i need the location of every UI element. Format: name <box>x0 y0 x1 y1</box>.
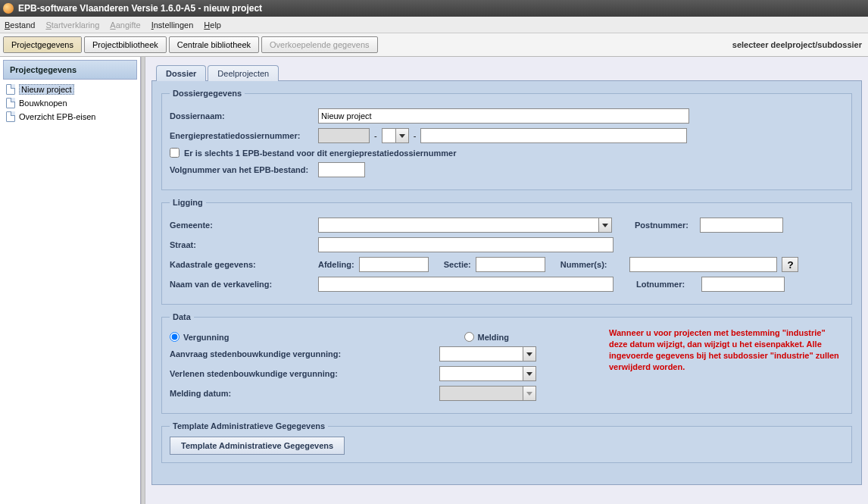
radio-vergunning-label: Vergunning <box>183 333 229 342</box>
afdeling-label: Afdeling: <box>318 260 354 269</box>
body-row: Projectgegevens Nieuw project Bouwknopen… <box>0 57 868 504</box>
aanvraag-date-input[interactable] <box>439 346 523 362</box>
legend-ligging: Ligging <box>170 198 206 207</box>
radio-melding[interactable]: Melding <box>464 332 510 342</box>
document-icon <box>6 84 15 95</box>
menu-startverklaring: Startverklaring <box>45 20 99 30</box>
sectie-input[interactable] <box>476 257 545 272</box>
dash: - <box>374 131 377 140</box>
afdeling-input[interactable] <box>359 257 429 272</box>
tab-deelprojecten[interactable]: Deelprojecten <box>208 65 279 81</box>
tree-item-label: Bouwknopen <box>19 99 67 108</box>
menu-aangifte: Aangifte <box>110 20 140 30</box>
epd-label: Energieprestatiedossiernummer: <box>170 131 314 140</box>
toolbar-right-label: selecteer deelproject/subdossier <box>732 40 865 49</box>
tree-item-overzicht-epb-eisen[interactable]: Overzicht EPB-eisen <box>5 110 136 124</box>
gemeente-input[interactable] <box>318 218 598 233</box>
lotnummer-input[interactable] <box>701 277 785 292</box>
toolbar-tab-projectgegevens-seg: Projectgegevens <box>3 36 82 53</box>
window-title: EPB-software Vlaanderen Versie 1.6.0-A5 … <box>18 3 262 14</box>
aanvraag-label: Aanvraag stedenbouwkundige vergunning: <box>170 349 435 358</box>
document-icon <box>6 111 15 122</box>
chevron-down-icon[interactable] <box>523 366 536 381</box>
tree-item-bouwknopen[interactable]: Bouwknopen <box>5 96 136 110</box>
verkaveling-label: Naam van de verkaveling: <box>170 280 314 289</box>
verlenen-date[interactable] <box>439 366 536 381</box>
content-tabs: Dossier Deelprojecten <box>156 65 862 81</box>
verlenen-label: Verlenen stedenbouwkundige vergunning: <box>170 369 435 378</box>
toolbar-tab-projectbibliotheek-seg: Projectbibliotheek <box>84 36 167 53</box>
gemeente-combo[interactable] <box>318 218 612 233</box>
menu-bestand[interactable]: Bestand <box>5 20 35 30</box>
verkaveling-input[interactable] <box>318 277 614 292</box>
dossiernaam-label: Dossiernaam: <box>170 111 314 121</box>
template-button[interactable]: Template Administratieve Gegegevens <box>170 437 345 455</box>
dash: - <box>414 131 417 140</box>
nummers-label: Nummer(s): <box>560 260 607 269</box>
radio-melding-input[interactable] <box>464 332 474 342</box>
menu-help[interactable]: Help <box>204 20 221 30</box>
kadastraal-label: Kadastrale gegevens: <box>170 260 314 269</box>
legend-dossiergegevens: Dossiergegevens <box>170 89 245 98</box>
legend-data: Data <box>170 312 194 321</box>
tree: Nieuw project Bouwknopen Overzicht EPB-e… <box>0 83 140 128</box>
aanvraag-date[interactable] <box>439 346 536 362</box>
straat-label: Straat: <box>170 240 314 249</box>
tree-header: Projectgegevens <box>3 60 137 80</box>
section-ligging: Ligging Gemeente: Postnummer: Straat: <box>161 198 852 305</box>
sectie-label: Sectie: <box>444 260 471 269</box>
lotnummer-label: Lotnummer: <box>636 280 697 289</box>
tree-item-label: Nieuw project <box>19 84 74 95</box>
chevron-down-icon[interactable] <box>523 346 536 362</box>
section-template: Template Administratieve Gegegevens Temp… <box>161 421 852 463</box>
single-epb-label: Er is slechts 1 EPB-bestand voor dit ene… <box>184 149 456 158</box>
epd-part3-input[interactable] <box>420 128 687 143</box>
epd-part2-combo[interactable] <box>382 128 409 143</box>
radio-melding-label: Melding <box>478 333 510 342</box>
melding-date <box>439 386 536 401</box>
tree-item-nieuw-project[interactable]: Nieuw project <box>5 83 136 96</box>
tree-item-label: Overzicht EPB-eisen <box>19 112 95 121</box>
postnummer-input[interactable] <box>700 218 783 233</box>
postnummer-label: Postnummer: <box>635 221 695 230</box>
nummers-input[interactable] <box>629 257 777 272</box>
section-dossiergegevens: Dossiergegevens Dossiernaam: Energiepres… <box>161 89 852 190</box>
epd-part2-input[interactable] <box>382 128 395 143</box>
main-panel: Dossier Deelprojecten Dossiergegevens Do… <box>145 57 868 504</box>
chevron-down-icon[interactable] <box>598 218 612 233</box>
toolbar-tab-overkoepelende: Overkoepelende gegevens <box>262 37 376 52</box>
chevron-down-icon[interactable] <box>395 128 409 143</box>
toolbar: Projectgegevens Projectbibliotheek Centr… <box>0 33 868 57</box>
straat-input[interactable] <box>318 237 614 252</box>
volgnummer-input[interactable] <box>318 162 365 177</box>
melding-datum-label: Melding datum: <box>170 389 435 398</box>
toolbar-tab-centrale-bibliotheek-seg: Centrale bibliotheek <box>169 36 259 53</box>
dossiernaam-input[interactable] <box>318 108 689 124</box>
document-icon <box>6 98 15 108</box>
chevron-down-icon <box>523 386 536 401</box>
help-button[interactable]: ? <box>782 257 798 272</box>
verlenen-date-input[interactable] <box>439 366 523 381</box>
left-panel: Projectgegevens Nieuw project Bouwknopen… <box>0 57 141 504</box>
volgnummer-label: Volgnummer van het EPB-bestand: <box>170 165 314 174</box>
gemeente-label: Gemeente: <box>170 221 314 230</box>
tab-body: Dossiergegevens Dossiernaam: Energiepres… <box>151 80 862 485</box>
toolbar-tab-projectbibliotheek[interactable]: Projectbibliotheek <box>85 37 166 52</box>
single-epb-checkbox[interactable] <box>170 148 180 158</box>
tab-dossier[interactable]: Dossier <box>156 65 206 81</box>
radio-vergunning-input[interactable] <box>170 332 180 342</box>
toolbar-tab-overkoepelende-seg: Overkoepelende gegevens <box>261 36 377 53</box>
titlebar: EPB-software Vlaanderen Versie 1.6.0-A5 … <box>0 0 868 17</box>
toolbar-tab-centrale-bibliotheek[interactable]: Centrale bibliotheek <box>170 37 258 52</box>
menubar: Bestand Startverklaring Aangifte Instell… <box>0 17 868 33</box>
section-data: Data Vergunning Melding <box>161 312 852 414</box>
epd-part1-input <box>318 128 370 143</box>
radio-vergunning[interactable]: Vergunning <box>170 332 229 342</box>
menu-instellingen[interactable]: Instellingen <box>151 20 194 30</box>
data-warning: Wanneer u voor projecten met bestemming … <box>609 327 844 372</box>
legend-template: Template Administratieve Gegegevens <box>170 421 328 430</box>
app-icon <box>3 3 14 14</box>
melding-date-input <box>439 386 523 401</box>
toolbar-tab-projectgegevens[interactable]: Projectgegevens <box>4 37 81 52</box>
